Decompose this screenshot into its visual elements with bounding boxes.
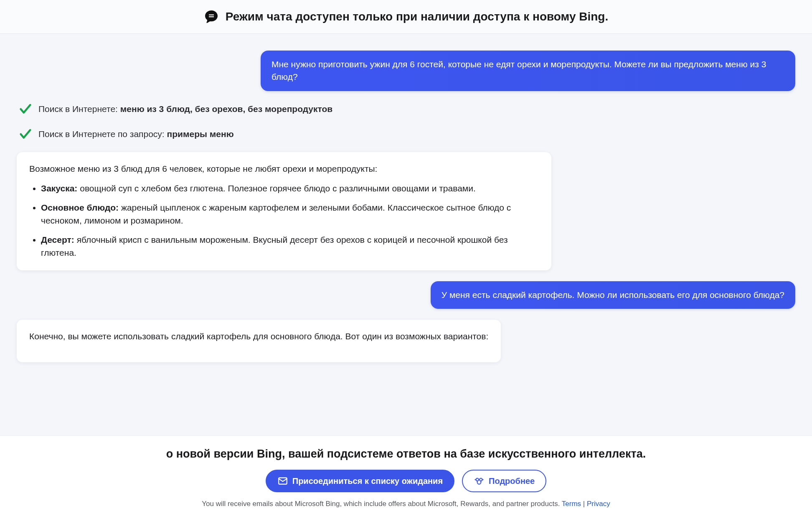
search-step: Поиск в Интернете по запросу: примеры ме… [17,127,795,141]
menu-list: Закуска: овощной суп с хлебом без глютен… [29,182,539,260]
chat-area: Мне нужно приготовить ужин для 6 гостей,… [0,34,812,436]
list-item: Десерт: яблочный крисп с ванильным морож… [41,233,539,260]
list-item: Основное блюдо: жареный цыпленок с жарен… [41,201,539,227]
footer-heading: о новой версии Bing, вашей подсистеме от… [0,448,812,460]
separator: | [581,500,587,508]
item-body: овощной суп с хлебом без глютена. Полезн… [77,183,475,193]
user-message: У меня есть сладкий картофель. Можно ли … [431,281,795,309]
learn-more-label: Подробнее [489,476,535,486]
learn-more-button[interactable]: Подробнее [462,470,546,492]
disclaimer-text: You will receive emails about Microsoft … [202,500,561,508]
search-prefix: Поиск в Интернете по запросу: [38,129,167,139]
search-prefix: Поиск в Интернете: [38,104,120,114]
search-query: примеры меню [167,129,234,139]
list-item: Закуска: овощной суп с хлебом без глютен… [41,182,539,195]
ai-brain-icon [474,476,485,486]
footer: о новой версии Bing, вашей подсистеме от… [0,435,812,519]
user-message: Мне нужно приготовить ужин для 6 гостей,… [261,51,795,91]
topbar: Режим чата доступен только при наличии д… [0,0,812,34]
join-waitlist-label: Присоединиться к списку ожидания [292,476,443,486]
cta-row: Присоединиться к списку ожидания Подробн… [0,470,812,492]
check-icon [18,102,33,116]
assistant-intro: Конечно, вы можете использовать сладкий … [29,330,488,343]
chat-bubble-icon [204,9,219,24]
privacy-link[interactable]: Privacy [587,500,610,508]
search-text: Поиск в Интернете по запросу: примеры ме… [38,129,234,139]
item-label: Закуска: [41,183,77,193]
envelope-icon [277,476,288,486]
terms-link[interactable]: Terms [562,500,581,508]
item-label: Десерт: [41,235,74,244]
assistant-message: Возможное меню из 3 блюд для 6 человек, … [17,152,551,270]
assistant-intro: Возможное меню из 3 блюд для 6 человек, … [29,162,539,176]
topbar-title: Режим чата доступен только при наличии д… [226,10,609,23]
check-icon [18,127,33,141]
item-label: Основное блюдо: [41,203,119,212]
search-step: Поиск в Интернете: меню из 3 блюд, без о… [17,102,795,116]
footer-disclaimer: You will receive emails about Microsoft … [0,500,812,508]
assistant-message: Конечно, вы можете использовать сладкий … [17,320,501,362]
item-body: яблочный крисп с ванильным мороженым. Вк… [41,235,508,258]
join-waitlist-button[interactable]: Присоединиться к списку ожидания [266,470,454,492]
search-text: Поиск в Интернете: меню из 3 блюд, без о… [38,104,332,114]
search-query: меню из 3 блюд, без орехов, без морепрод… [120,104,332,114]
